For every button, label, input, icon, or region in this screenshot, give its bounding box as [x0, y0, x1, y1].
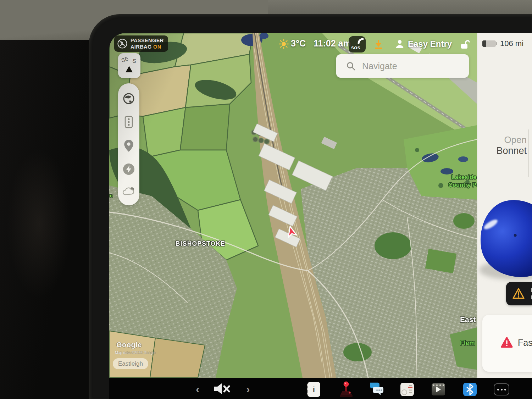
navigate-search-bar[interactable]: Navigate — [336, 54, 469, 78]
driver-profile-name[interactable]: Easy Entry — [408, 39, 452, 49]
sos-phone-icon — [358, 38, 364, 44]
map-label-east: East — [460, 315, 476, 323]
arcade-joystick-icon[interactable] — [339, 381, 353, 398]
warning-triangle-icon — [512, 287, 525, 300]
compass-dir-left: SE — [121, 55, 129, 63]
map-label-park-line1: Lakeside — [451, 174, 477, 180]
traffic-light-icon[interactable] — [123, 116, 135, 128]
compass-needle-icon — [126, 66, 133, 72]
vehicle-alert-card[interactable] — [506, 282, 532, 305]
weather-cloud-icon[interactable] — [122, 186, 135, 196]
sos-roaming-badge[interactable]: sos — [349, 36, 366, 52]
map-label-park-line2: Country Pa — [448, 182, 477, 188]
search-icon — [346, 61, 356, 71]
volume-muted-icon[interactable] — [214, 383, 231, 394]
airbag-line1: PASSENGER — [131, 38, 164, 43]
map-label-left-clipped: rn — [109, 193, 113, 198]
open-bonnet-line1: Open — [496, 134, 527, 145]
photo-of-tesla-screen: BISHOPSTOKE Lakeside Country Pa East Fle… — [0, 0, 532, 399]
owners-manual-icon[interactable]: i — [307, 382, 320, 397]
more-apps-icon[interactable] — [494, 383, 509, 395]
panel-divider — [528, 129, 529, 177]
search-placeholder: Navigate — [362, 61, 397, 71]
battery-icon — [482, 40, 496, 47]
airbag-line2: AIRBAG — [131, 44, 152, 50]
passenger-airbag-badge: PASSENGER AIRBAG ON — [114, 35, 168, 52]
seatbelt-alert-card[interactable]: Fas — [482, 315, 532, 372]
vehicle-status-panel: 106 mi Open Bonnet — [477, 33, 532, 378]
open-bonnet-line2: Bonnet — [496, 145, 527, 157]
map-label-flem: Flem — [460, 339, 475, 347]
map-copyright: Map data ©2026 Google — [115, 350, 156, 355]
outside-temperature[interactable]: 3°C — [291, 38, 306, 49]
location-chip[interactable]: Eastleigh — [113, 358, 148, 369]
bluetooth-icon[interactable] — [463, 383, 477, 396]
dashboard-sheen — [7, 149, 71, 298]
clock: 11:02 am — [314, 38, 351, 49]
driver-profile-icon[interactable] — [395, 39, 404, 49]
open-bonnet-button[interactable]: Open Bonnet — [496, 134, 527, 157]
airbag-state: ON — [153, 44, 161, 50]
alert-triangle-icon — [501, 337, 513, 348]
tesla-touchscreen: BISHOPSTOKE Lakeside Country Pa East Fle… — [109, 33, 532, 399]
weather-sun-icon[interactable] — [279, 39, 289, 49]
charging-bolt-icon[interactable] — [123, 163, 135, 175]
compass-widget[interactable]: SE S — [118, 53, 140, 78]
satellite-map[interactable]: BISHOPSTOKE Lakeside Country Pa East Fle… — [109, 33, 477, 378]
map-label-town: BISHOPSTOKE — [176, 240, 225, 247]
dock-forward-chevron-icon[interactable]: › — [246, 383, 250, 395]
google-logo: Google — [116, 341, 142, 349]
map-area[interactable]: BISHOPSTOKE Lakeside Country Pa East Fle… — [109, 33, 477, 378]
software-download-icon[interactable] — [373, 39, 383, 49]
manual-glyph: i — [313, 385, 315, 394]
compass-dir-right: S — [132, 57, 137, 64]
dock-back-chevron-icon[interactable]: ‹ — [196, 383, 200, 395]
seatbelt-alert-text: Fas — [518, 338, 532, 348]
app-dock: ‹ › i — [109, 378, 532, 399]
map-controls — [118, 83, 139, 205]
unlocked-icon[interactable] — [460, 39, 470, 49]
radio-icon[interactable] — [400, 383, 414, 396]
battery-range: 106 mi — [500, 39, 523, 48]
location-pin-icon[interactable] — [124, 140, 133, 152]
theatre-icon[interactable] — [432, 383, 445, 395]
sos-label: sos — [351, 44, 360, 50]
airbag-icon — [117, 38, 128, 49]
satellite-globe-icon[interactable] — [123, 93, 135, 105]
messages-icon[interactable] — [370, 382, 384, 395]
